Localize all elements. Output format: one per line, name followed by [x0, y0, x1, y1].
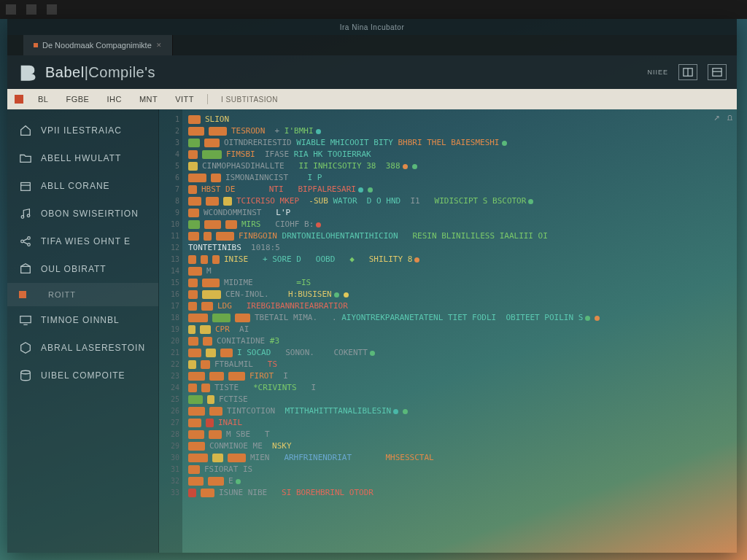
code-line[interactable]: 32E	[188, 475, 729, 487]
line-number: 26	[159, 405, 179, 417]
line-number: 22	[159, 359, 179, 370]
code-line[interactable]: 9WCONDOMMINST L'P	[188, 207, 729, 219]
gutter-badge	[188, 395, 203, 404]
code-line[interactable]: 30MIEN ARHFRINENDRIAT MHSESSCTAL	[188, 452, 729, 464]
sidebar-item-1[interactable]: ABELL HWULATT	[7, 144, 158, 172]
code-line[interactable]: 4FIMSBI IFASE RIA HK TOOIERRAK	[188, 149, 729, 160]
status-dot-icon	[334, 292, 339, 298]
code-line[interactable]: 3OITNDRERIESTID WIABLE MHICOOIT BITY BHB…	[188, 137, 729, 149]
close-icon[interactable]: ✕	[156, 42, 162, 49]
sidebar-item-label: ABLL CORANE	[41, 181, 110, 191]
menu-item-3[interactable]: MNT	[132, 93, 165, 106]
code-line[interactable]: 6ISMONAINNCIST I P	[188, 172, 729, 184]
code-line[interactable]: 27INAIL	[188, 417, 729, 429]
code-line[interactable]: 12TONTETINIBS 1018:5	[188, 242, 729, 254]
gutter-badge	[223, 197, 232, 206]
menu-item-4[interactable]: VITT	[168, 93, 201, 106]
code-line[interactable]: 29CONMINOE ME NSKY	[188, 440, 729, 452]
menu-item-0[interactable]: BL	[31, 93, 55, 106]
code-line[interactable]: 13INISE + SORE D OOBD ◆ SHILITY 8	[188, 254, 729, 265]
gutter-badge	[188, 232, 199, 241]
code-editor[interactable]: ↗ ⩍ 1SLION2TESRODN + I'BMHI3OITNDRERIEST…	[159, 109, 737, 553]
line-number: 2	[159, 125, 179, 137]
code-line[interactable]: 7HBST DE NTI BIPFALRESARI	[188, 184, 729, 195]
svg-point-10	[28, 244, 31, 246]
code-line[interactable]: 11FINBGOIN DRNTONIELOHENTANTIHICION RESI…	[188, 230, 729, 242]
code-token: RIA HK TOOIERRAK	[294, 149, 371, 160]
code-line[interactable]: 16CEN-INOL. H:BUSISEN	[188, 289, 729, 300]
sidebar-item-5[interactable]: OUL OBIRATT	[7, 255, 158, 283]
code-line[interactable]: 26TINTCOTION MTITHAHITTTANALIBLESIN	[188, 405, 729, 417]
sidebar-item-3[interactable]: OBON SWISEIRTION	[7, 200, 158, 228]
sidebar-item-6[interactable]: ROITT	[7, 283, 158, 306]
layout-panel-button[interactable]	[708, 64, 727, 80]
os-menu-icon[interactable]	[6, 4, 16, 15]
sidebar-item-label: OBON SWISEIRTION	[41, 209, 139, 219]
sidebar-item-label: UIBEL COMPOITE	[41, 370, 125, 381]
code-token: NTI	[269, 184, 284, 195]
code-token: M SBE	[226, 429, 250, 440]
code-token	[253, 359, 268, 370]
tab-document[interactable]: De Noodmaak Compagnimikte ✕	[23, 35, 173, 55]
code-token: NSKY	[263, 440, 292, 452]
code-line[interactable]: 33ISUNE NIBE SI BOREHBRINL OTODR	[188, 487, 729, 499]
sidebar-item-0[interactable]: VPII ILESTRAIAC	[7, 117, 158, 144]
os-app-icon-1[interactable]	[26, 4, 36, 15]
menu-extra[interactable]: I SUBTITASION	[214, 93, 285, 106]
code-line[interactable]: 17LDG IREBGIBANNRIEABRATIOR	[188, 300, 729, 312]
code-line[interactable]: 31FSIORAT IS	[188, 464, 729, 475]
sidebar-item-4[interactable]: TIFA WIES OHNT E	[7, 228, 158, 255]
code-token: IREBGIBANNRIEABRATIOR	[247, 300, 348, 312]
code-line[interactable]: 24TISTE *CRIVINTS I	[188, 382, 729, 394]
package-icon	[19, 179, 32, 192]
layout-split-button[interactable]	[678, 64, 697, 80]
code-token: WIABLE MHICOOIT BITY	[292, 137, 398, 149]
code-line[interactable]: 1SLION	[188, 114, 729, 125]
os-app-icon-2[interactable]	[47, 4, 57, 15]
code-line[interactable]: 28M SBE T	[188, 429, 729, 440]
gutter-badge	[207, 395, 214, 404]
sidebar-item-9[interactable]: UIBEL COMPOITE	[7, 362, 158, 389]
line-number: 7	[159, 184, 179, 195]
record-icon[interactable]	[15, 95, 23, 104]
code-token	[275, 405, 285, 417]
code-token: WCONDOMMINST	[204, 207, 261, 219]
line-number: 11	[159, 230, 179, 242]
app-name-main: Babel	[45, 64, 85, 80]
line-number: 8	[159, 195, 179, 207]
line-number: 24	[159, 382, 179, 394]
menu-item-2[interactable]: IHC	[99, 93, 128, 106]
status-dot-icon	[368, 187, 373, 192]
code-line[interactable]: 19CPR AI	[188, 324, 729, 335]
line-number: 19	[159, 324, 179, 335]
code-line[interactable]: 25FCTISE	[188, 394, 729, 405]
code-line[interactable]: 20CONITAIDNE #3	[188, 335, 729, 347]
code-line[interactable]: 21I SOCAD SONON. COKENTT	[188, 347, 729, 359]
menu-bar: BL FGBE IHC MNT VITT I SUBTITASION	[7, 89, 737, 109]
gutter-badge	[201, 360, 210, 369]
code-line[interactable]: 5CINMOPHASDIHALLTE II INHICSOTIY 38 388	[188, 160, 729, 172]
code-content[interactable]: 1SLION2TESRODN + I'BMHI3OITNDRERIESTID W…	[159, 109, 737, 553]
gutter-badge	[188, 209, 199, 217]
code-line[interactable]: 10MIRS CIOHF B:	[188, 219, 729, 230]
gutter-badge	[201, 384, 210, 392]
code-line[interactable]: 18TBETAIL MIMA. . AIYONTREKPARANETATENL …	[188, 312, 729, 324]
code-token: FIMSBI	[226, 149, 255, 160]
gutter-badge	[206, 349, 216, 357]
sidebar-item-7[interactable]: TIMNOE OINNBL	[7, 306, 158, 334]
menu-item-1[interactable]: FGBE	[58, 93, 96, 106]
sidebar-item-8[interactable]: ABRAL LASERESTOIN	[7, 334, 158, 362]
code-line[interactable]: 15MIDIME =IS	[188, 277, 729, 289]
code-line[interactable]: 8TCICRISO MKEP -SUB WATOR D O HND I1 WID…	[188, 195, 729, 207]
svg-marker-16	[21, 343, 31, 353]
code-token	[235, 184, 268, 195]
code-line[interactable]: 14M	[188, 265, 729, 277]
code-line[interactable]: 2TESRODN + I'BMHI	[188, 125, 729, 137]
gutter-badge	[188, 430, 204, 439]
sidebar-item-2[interactable]: ABLL CORANE	[7, 172, 158, 200]
code-line[interactable]: 23FIROT I	[188, 370, 729, 382]
code-token: RESIN BLINILILESS IAALIII OI	[398, 230, 548, 242]
code-line[interactable]: 22FTBALMIL TS	[188, 359, 729, 370]
gutter-badge	[235, 314, 250, 322]
code-token: CONITAIDNE	[217, 335, 265, 347]
